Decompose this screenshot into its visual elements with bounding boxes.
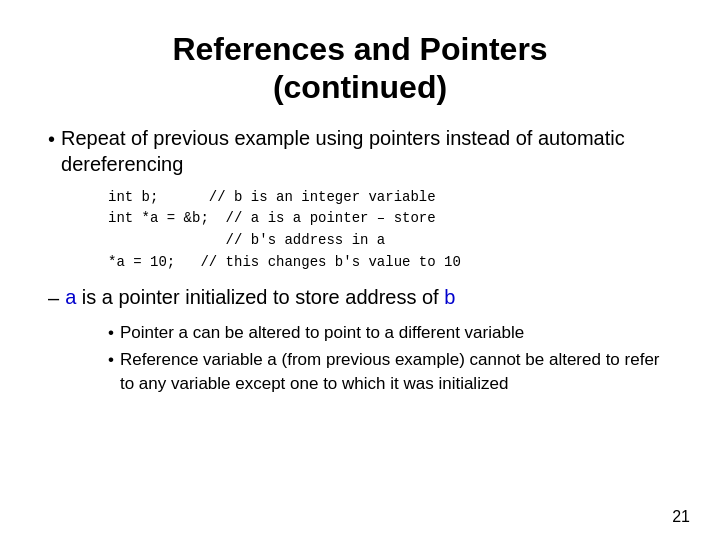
main-bullet: • Repeat of previous example using point… [48,125,672,177]
sub-bullet-dash: – [48,285,59,311]
bullet-dot-1: • [48,126,55,152]
sub-bullet: – a is a pointer initialized to store ad… [48,284,672,311]
code-block: int b; // b is an integer variable int *… [108,187,672,274]
code-line-2: int *a = &b; // a is a pointer – store [108,208,672,230]
nested-bullet-1: • Pointer a can be altered to point to a… [108,321,672,345]
sub-bullet-text: a is a pointer initialized to store addr… [65,284,455,310]
nested-dot-2: • [108,348,114,372]
title-text: References and Pointers (continued) [172,31,547,105]
code-line-1: int b; // b is an integer variable [108,187,672,209]
bullet1-text: Repeat of previous example using pointer… [61,125,672,177]
code-line-3: // b's address in a [108,230,672,252]
nested-text-1: Pointer a can be altered to point to a d… [120,321,524,345]
sub-bullet-a: a [65,286,76,308]
nested-bullets: • Pointer a can be altered to point to a… [108,321,672,400]
nested-text-2: Reference variable a (from previous exam… [120,348,672,396]
code-line-4: *a = 10; // this changes b's value to 10 [108,252,672,274]
sub-bullet-middle: is a pointer initialized to store addres… [76,286,444,308]
sub-bullet-b: b [444,286,455,308]
nested-bullet-2: • Reference variable a (from previous ex… [108,348,672,396]
slide-title: References and Pointers (continued) [48,30,672,107]
page-number: 21 [672,508,690,526]
slide: References and Pointers (continued) • Re… [0,0,720,540]
nested-dot-1: • [108,321,114,345]
